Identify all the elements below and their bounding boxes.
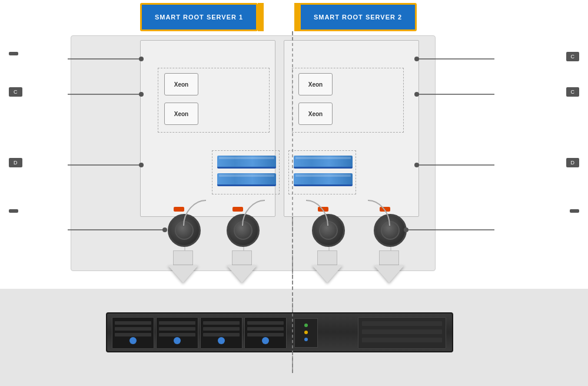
server2-header: SMART ROOT SERVER 2 xyxy=(299,3,417,31)
right-label-1: C xyxy=(566,52,580,61)
gold-connector-right xyxy=(294,3,300,31)
bay-3-slot3 xyxy=(203,333,240,336)
bay-3-slot1 xyxy=(203,321,240,325)
bay-2-slot2 xyxy=(159,327,195,331)
rack-bay-3 xyxy=(200,317,242,349)
hdd-2-badge xyxy=(232,207,243,212)
cpu-s1-1: Xeon xyxy=(164,73,198,95)
rack-bay-4 xyxy=(244,317,287,349)
led-green xyxy=(304,324,308,327)
arrow-4 xyxy=(374,250,404,283)
left-label-4 xyxy=(9,209,18,213)
bay-3-led xyxy=(218,337,225,344)
arrow-1-stem xyxy=(173,250,193,265)
hdd-3-badge xyxy=(318,207,328,212)
led-blue xyxy=(304,338,308,341)
arrow-3 xyxy=(312,250,343,283)
server1-header: SMART ROOT SERVER 1 xyxy=(140,3,258,31)
bay-1-slot1 xyxy=(115,321,151,325)
rack-bays xyxy=(112,317,287,349)
hdd-2-inner xyxy=(234,221,253,240)
ram-s1-2 xyxy=(217,173,276,186)
rack-bay-1 xyxy=(112,317,154,349)
led-yellow xyxy=(304,331,308,334)
left-label-3: D xyxy=(9,158,22,167)
rack-server xyxy=(106,312,453,352)
bay-1-led xyxy=(129,337,137,344)
left-label-2: C xyxy=(9,87,22,97)
bay-2-slot1 xyxy=(159,321,195,325)
cpu-area-s2: Xeon Xeon xyxy=(292,68,404,133)
rack-bay-2 xyxy=(156,317,198,349)
cpu-s2-1: Xeon xyxy=(298,73,333,95)
arrow-2 xyxy=(227,250,257,283)
left-label-1 xyxy=(9,52,18,55)
rack-right-slot2 xyxy=(362,329,442,334)
hdd-1-inner xyxy=(175,221,194,240)
bay-4-led xyxy=(262,337,269,344)
bay-2-led xyxy=(174,337,181,344)
rack-right-slot3 xyxy=(362,338,442,342)
arrow-2-stem xyxy=(232,250,252,265)
hdd-1-badge xyxy=(174,207,184,212)
hdd-1 xyxy=(168,214,201,247)
ram-s2-2 xyxy=(294,173,353,186)
ram-area-s2 xyxy=(288,150,356,194)
gold-connector-left xyxy=(258,3,264,31)
arrow-4-stem xyxy=(379,250,399,265)
ram-s1-1 xyxy=(217,156,276,169)
arrow-1-head xyxy=(168,265,198,283)
cpu-s2-2: Xeon xyxy=(298,103,333,125)
arrow-2-head xyxy=(227,265,257,283)
rack-right-panel xyxy=(358,317,446,349)
bay-4-slot2 xyxy=(247,327,284,331)
right-label-2: C xyxy=(566,87,580,97)
arrow-3-head xyxy=(312,265,343,283)
cpu-area-s1: Xeon Xeon xyxy=(158,68,270,133)
hdd-4-inner xyxy=(381,221,400,240)
hdd-3 xyxy=(312,214,345,247)
right-label-4 xyxy=(570,209,579,213)
arrow-4-head xyxy=(374,265,404,283)
diagram-container: SMART ROOT SERVER 1 SMART ROOT SERVER 2 … xyxy=(0,0,588,386)
hdd-4 xyxy=(374,214,407,247)
right-label-3: D xyxy=(566,158,580,167)
rack-indicators xyxy=(294,318,318,348)
hdd-3-inner xyxy=(319,221,338,240)
ram-s2-1 xyxy=(294,156,353,169)
cpu-s1-2: Xeon xyxy=(164,103,198,125)
hdd-2 xyxy=(227,214,260,247)
server2-label: SMART ROOT SERVER 2 xyxy=(314,14,402,21)
rack-right-slot1 xyxy=(362,321,442,326)
bay-2-slot3 xyxy=(159,333,195,336)
bay-3-slot2 xyxy=(203,327,240,331)
hdd-4-badge xyxy=(380,207,390,212)
bay-4-slot3 xyxy=(247,333,284,336)
bay-1-slot3 xyxy=(115,333,151,336)
ram-area-s1 xyxy=(212,150,280,194)
bay-1-slot2 xyxy=(115,327,151,331)
arrow-3-stem xyxy=(317,250,337,265)
arrow-1 xyxy=(168,250,198,283)
server1-label: SMART ROOT SERVER 1 xyxy=(155,14,243,21)
bay-4-slot1 xyxy=(247,321,284,325)
